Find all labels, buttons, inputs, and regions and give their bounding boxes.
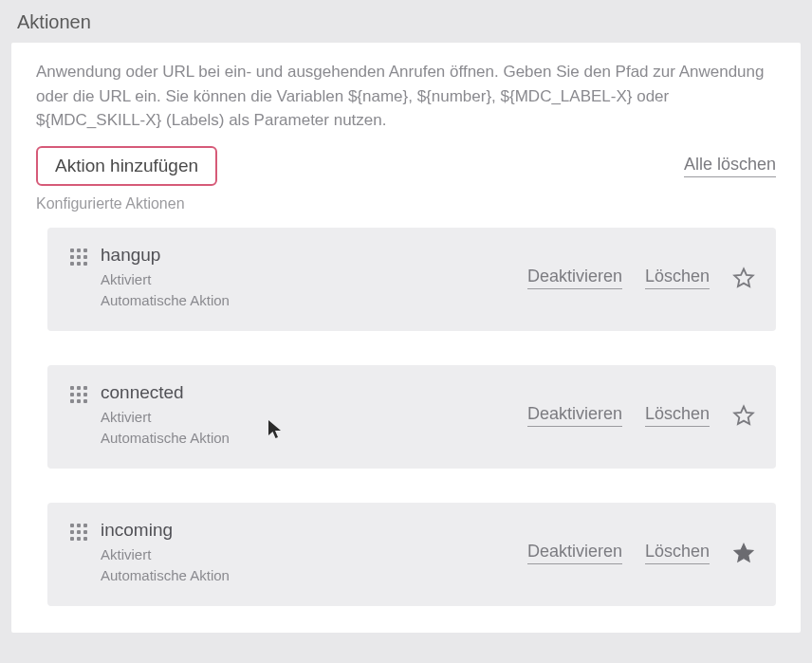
action-name: incoming xyxy=(101,520,516,541)
page-title: Aktionen xyxy=(0,0,812,43)
action-card: hangup Aktiviert Automatische Aktion Dea… xyxy=(47,228,776,331)
action-info: hangup Aktiviert Automatische Aktion xyxy=(101,245,516,312)
drag-handle-icon[interactable] xyxy=(68,522,89,543)
deactivate-link[interactable]: Deaktivieren xyxy=(527,267,622,289)
deactivate-link[interactable]: Deaktivieren xyxy=(527,542,622,564)
action-status: Aktiviert xyxy=(101,407,516,429)
action-card: connected Aktiviert Automatische Aktion … xyxy=(47,365,776,469)
delete-link[interactable]: Löschen xyxy=(645,267,710,289)
toolbar: Aktion hinzufügen Alle löschen xyxy=(36,146,776,186)
deactivate-link[interactable]: Deaktivieren xyxy=(527,404,622,427)
delete-link[interactable]: Löschen xyxy=(645,404,710,427)
actions-panel: Anwendung oder URL bei ein- und ausgehen… xyxy=(11,43,801,633)
action-status: Aktiviert xyxy=(101,544,516,566)
description-text: Anwendung oder URL bei ein- und ausgehen… xyxy=(36,60,776,133)
star-icon[interactable] xyxy=(732,542,755,564)
action-card: incoming Aktiviert Automatische Aktion D… xyxy=(47,503,776,606)
action-info: connected Aktiviert Automatische Aktion xyxy=(101,382,516,450)
action-controls: Deaktivieren Löschen xyxy=(527,267,755,289)
action-controls: Deaktivieren Löschen xyxy=(527,404,755,427)
drag-handle-icon[interactable] xyxy=(68,384,89,405)
configured-actions-label: Konfigurierte Aktionen xyxy=(36,195,776,212)
action-info: incoming Aktiviert Automatische Aktion xyxy=(101,520,516,587)
add-action-button[interactable]: Aktion hinzufügen xyxy=(36,146,217,186)
action-type: Automatische Aktion xyxy=(101,290,516,312)
delete-link[interactable]: Löschen xyxy=(645,542,710,564)
action-type: Automatische Aktion xyxy=(101,428,516,450)
star-icon[interactable] xyxy=(732,404,755,427)
actions-list: hangup Aktiviert Automatische Aktion Dea… xyxy=(36,228,776,606)
drag-handle-icon[interactable] xyxy=(68,247,89,267)
action-controls: Deaktivieren Löschen xyxy=(527,542,755,564)
action-type: Automatische Aktion xyxy=(101,565,516,587)
star-icon[interactable] xyxy=(732,267,755,289)
delete-all-link[interactable]: Alle löschen xyxy=(684,155,776,177)
action-name: hangup xyxy=(101,245,516,266)
action-name: connected xyxy=(101,382,516,403)
action-status: Aktiviert xyxy=(101,269,516,291)
